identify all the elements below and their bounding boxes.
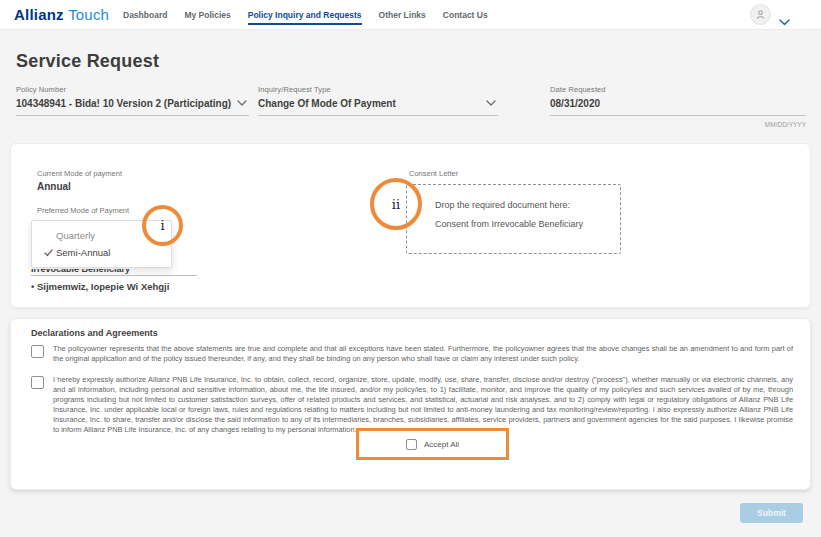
logo-brand-text: Allianz (14, 6, 64, 23)
preferred-mode-of-payment-label: Preferred Mode of Payment (37, 206, 129, 215)
consent-letter-label: Consent Letter (409, 169, 458, 178)
inquiry-request-type-label: Inquiry/Request Type (258, 85, 498, 94)
person-icon (755, 9, 766, 20)
account-menu-chevron-down-icon[interactable] (779, 12, 790, 30)
date-requested-label: Date Requested (550, 85, 806, 94)
accept-all-label: Accept All (424, 440, 459, 449)
page-title: Service Request (16, 51, 159, 72)
declaration-2-checkbox[interactable] (31, 376, 44, 389)
irrevocable-beneficiary-label: Irrevocable Beneficiary (31, 269, 197, 276)
nav-item-dashboard[interactable]: Dashboard (123, 6, 167, 25)
current-mode-of-payment-value: Annual (37, 181, 71, 192)
app-window: Allianz Touch Dashboard My Policies Poli… (0, 0, 821, 537)
date-requested-input[interactable]: Date Requested 08/31/2020 (550, 85, 806, 116)
policy-number-label: Policy Number (16, 85, 249, 94)
accept-all-annotation-rectangle: Accept All (356, 428, 509, 460)
user-avatar-icon[interactable] (750, 4, 771, 25)
annotation-marker-i: i (142, 205, 183, 246)
inquiry-request-type-select[interactable]: Inquiry/Request Type Change Of Mode Of P… (258, 85, 498, 116)
allianz-touch-logo: Allianz Touch (14, 6, 109, 23)
logo-product-text: Touch (68, 6, 109, 23)
inquiry-request-type-value: Change Of Mode Of Payment (258, 98, 396, 109)
date-format-hint: MM/DD/YYYY (550, 121, 806, 128)
nav-item-contact-us[interactable]: Contact Us (443, 6, 488, 25)
declarations-card: Declarations and Agreements The policyow… (10, 318, 811, 490)
dropdown-option-semi-annual[interactable]: Semi-Annual (32, 247, 171, 258)
main-nav: Dashboard My Policies Policy Inquiry and… (123, 0, 488, 30)
accept-all-checkbox[interactable] (406, 439, 417, 450)
declarations-title: Declarations and Agreements (31, 328, 158, 338)
submit-button[interactable]: Submit (740, 503, 803, 523)
top-nav-bar: Allianz Touch Dashboard My Policies Poli… (0, 0, 821, 30)
date-requested-value: 08/31/2020 (550, 98, 600, 109)
nav-item-policy-inquiry-and-requests[interactable]: Policy Inquiry and Requests (248, 6, 362, 25)
consent-letter-dropzone[interactable]: Drop the required document here: Consent… (406, 184, 621, 254)
declaration-2-text: I hereby expressly authorize Allianz PNB… (53, 375, 793, 435)
current-mode-of-payment-label: Current Mode of payment (37, 169, 122, 178)
policy-number-value: 104348941 - Bida! 10 Version 2 (Particip… (16, 98, 231, 109)
dropzone-required-document: Consent from Irrevocable Beneficiary (435, 219, 620, 229)
nav-item-my-policies[interactable]: My Policies (184, 6, 230, 25)
declaration-1-checkbox[interactable] (31, 345, 44, 358)
chevron-down-icon[interactable] (486, 97, 496, 108)
annotation-marker-ii: ii (370, 178, 422, 230)
beneficiary-list-item: Sijmemwiz, Iopepie Wi Xehgji (31, 281, 169, 292)
nav-item-other-links[interactable]: Other Links (379, 6, 426, 25)
declaration-1-text: The policyowner represents that the abov… (53, 344, 793, 364)
chevron-down-icon[interactable] (237, 97, 247, 108)
check-icon (40, 249, 56, 257)
dropzone-instruction: Drop the required document here: (435, 200, 620, 210)
policy-number-select[interactable]: Policy Number 104348941 - Bida! 10 Versi… (16, 85, 249, 116)
